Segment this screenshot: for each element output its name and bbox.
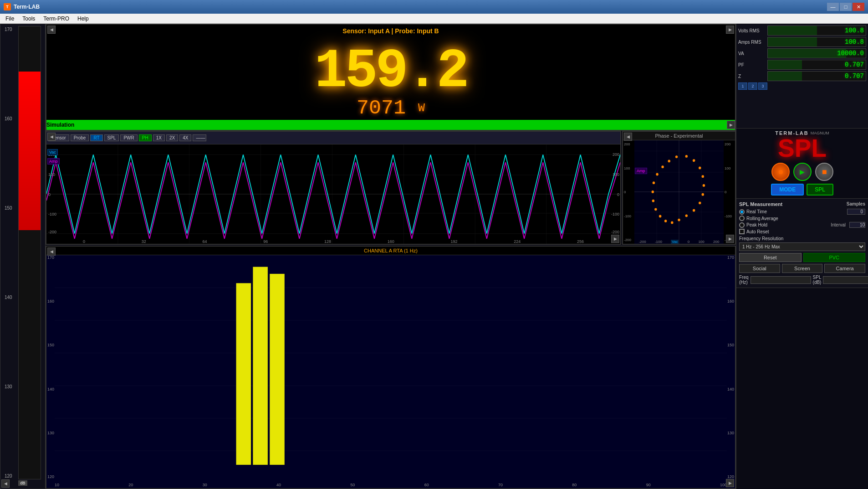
- play-btn[interactable]: ▶: [793, 163, 812, 181]
- meter-bar-container: [18, 26, 41, 479]
- volts-rms-fill: [768, 26, 817, 35]
- reset-btn[interactable]: Reset: [739, 253, 802, 262]
- wf-2x-btn[interactable]: 2X: [166, 134, 178, 141]
- va-row: VA 10000.0: [738, 48, 866, 58]
- spl-sub-value: 7071 W: [357, 97, 425, 120]
- spl-corner-tr[interactable]: ▶: [726, 26, 734, 34]
- sim-bar-btn[interactable]: ▶: [727, 121, 735, 129]
- phase-dots: [652, 155, 705, 224]
- spl-measurement-section: SPL Measurement Samples Real Time Rollin…: [736, 199, 868, 288]
- meter-label-160: 160: [5, 116, 17, 121]
- samples-input[interactable]: [847, 209, 865, 215]
- real-time-radio[interactable]: [739, 209, 745, 215]
- wf-probe-btn[interactable]: Probe: [71, 134, 89, 141]
- freq-res-select[interactable]: 1 Hz - 256 Hz Max: [739, 242, 865, 251]
- freq-res-label: Frequency Resolution: [739, 236, 865, 241]
- interval-input[interactable]: [849, 222, 865, 228]
- rta-svg: [55, 255, 727, 488]
- menu-termpro[interactable]: Term-PRO: [40, 15, 73, 23]
- rta-x-70: 70: [498, 483, 503, 487]
- rta-corner-br[interactable]: ▶: [726, 479, 734, 487]
- py-0: 0: [624, 190, 633, 194]
- px-n100: -100: [655, 240, 662, 244]
- mode-btn[interactable]: MODE: [771, 184, 804, 196]
- wf-extra-btn[interactable]: ——: [193, 134, 206, 141]
- rta-x-90: 90: [646, 483, 651, 487]
- wf-spl-btn[interactable]: SPL: [104, 134, 119, 141]
- freq-hz-input[interactable]: [751, 276, 811, 284]
- y-label-rn200: -200: [611, 230, 619, 234]
- close-button[interactable]: ✕: [853, 3, 864, 11]
- svg-point-21: [685, 155, 688, 158]
- wf-rt-btn[interactable]: RT: [90, 134, 102, 141]
- wf-corner-tl[interactable]: ◀: [47, 133, 56, 141]
- stop-btn[interactable]: ⏹: [815, 163, 833, 181]
- px-0: 0: [688, 240, 689, 244]
- camera-btn[interactable]: Camera: [824, 264, 865, 273]
- wf-corner-br[interactable]: ▶: [611, 235, 619, 243]
- px-vac: Vac: [671, 240, 679, 244]
- svg-point-41: [675, 155, 678, 158]
- meter-bar-red: [19, 72, 41, 230]
- rta-corner-tl[interactable]: ◀: [47, 247, 56, 256]
- x-32: 32: [142, 239, 146, 244]
- amps-rms-display: 100.8: [767, 37, 866, 47]
- x-192: 192: [451, 239, 458, 244]
- screen-btn[interactable]: Screen: [782, 264, 823, 273]
- auto-reset-checkbox[interactable]: [739, 229, 745, 234]
- spl-db-label: SPL (dB): [813, 275, 822, 285]
- volts-rms-display: 100.8: [767, 26, 866, 36]
- pf-label: PF: [738, 62, 766, 67]
- svg-point-33: [659, 215, 661, 218]
- spl-corner-tl[interactable]: ◀: [47, 26, 56, 34]
- seg-3-btn[interactable]: 3: [758, 82, 767, 90]
- svg-point-28: [693, 209, 695, 212]
- rta-x-80: 80: [572, 483, 577, 487]
- meter-label-170: 170: [5, 27, 17, 32]
- seg-2-btn[interactable]: 2: [748, 82, 757, 90]
- maximize-button[interactable]: □: [840, 3, 852, 11]
- center-area: ◀ ▶ Sensor: Input A | Probe: Input B 159…: [46, 24, 736, 489]
- wf-1x-btn[interactable]: 1X: [153, 134, 165, 141]
- rta-yr-140: 140: [727, 387, 734, 391]
- sensor-label: Sensor: Input A | Probe: Input B: [342, 27, 439, 35]
- social-btn[interactable]: Social: [739, 264, 780, 273]
- svg-point-31: [671, 221, 673, 224]
- menu-help[interactable]: Help: [74, 15, 92, 23]
- peak-hold-radio[interactable]: [739, 222, 745, 228]
- menu-tools[interactable]: Tools: [19, 15, 39, 23]
- py-n200: -200: [624, 238, 633, 242]
- menu-file[interactable]: File: [2, 15, 18, 23]
- waveform-svg: [46, 144, 620, 244]
- title-bar-left: T Term-LAB: [4, 3, 40, 10]
- svg-point-23: [699, 167, 701, 170]
- ph-corner-tl[interactable]: ◀: [624, 133, 632, 141]
- svg-point-30: [678, 219, 680, 221]
- wf-pwr-btn[interactable]: PWR: [120, 134, 137, 141]
- svg-point-22: [693, 159, 695, 162]
- wf-4x-btn[interactable]: 4X: [179, 134, 191, 141]
- rta-x-40: 40: [276, 483, 281, 487]
- y-label-n100: -100: [48, 212, 56, 216]
- record-btn[interactable]: ⏺: [771, 163, 790, 181]
- meter-label-130: 130: [5, 384, 17, 389]
- svg-rect-50: [270, 274, 284, 465]
- menu-bar: File Tools Term-PRO Help: [0, 14, 868, 24]
- minimize-button[interactable]: —: [827, 3, 839, 11]
- y-label-0: 0: [48, 192, 51, 197]
- spl-mode-btn[interactable]: SPL: [807, 184, 833, 196]
- wf-ph-btn[interactable]: PH: [139, 134, 152, 141]
- y-label-r100: 100: [613, 172, 619, 177]
- pvc-btn[interactable]: PVC: [803, 253, 866, 262]
- app-title: Term-LAB: [14, 4, 40, 10]
- spl-db-input[interactable]: [823, 276, 868, 284]
- rta-panel: ◀ CHANNEL A RTA (1 Hz) 170 160 150 140 1…: [46, 246, 736, 489]
- freq-hz-label: Freq (Hz): [739, 275, 749, 285]
- rolling-avg-radio[interactable]: [739, 216, 745, 221]
- z-fill: [768, 72, 802, 81]
- phase-y-axis: 200 100 0 -100 -200: [623, 140, 634, 244]
- amps-rms-label: Amps RMS: [738, 40, 766, 45]
- seg-1-btn[interactable]: 1: [738, 82, 747, 90]
- meter-bottom-left-btn[interactable]: ◀: [1, 479, 10, 488]
- ph-corner-br[interactable]: ▶: [726, 235, 734, 243]
